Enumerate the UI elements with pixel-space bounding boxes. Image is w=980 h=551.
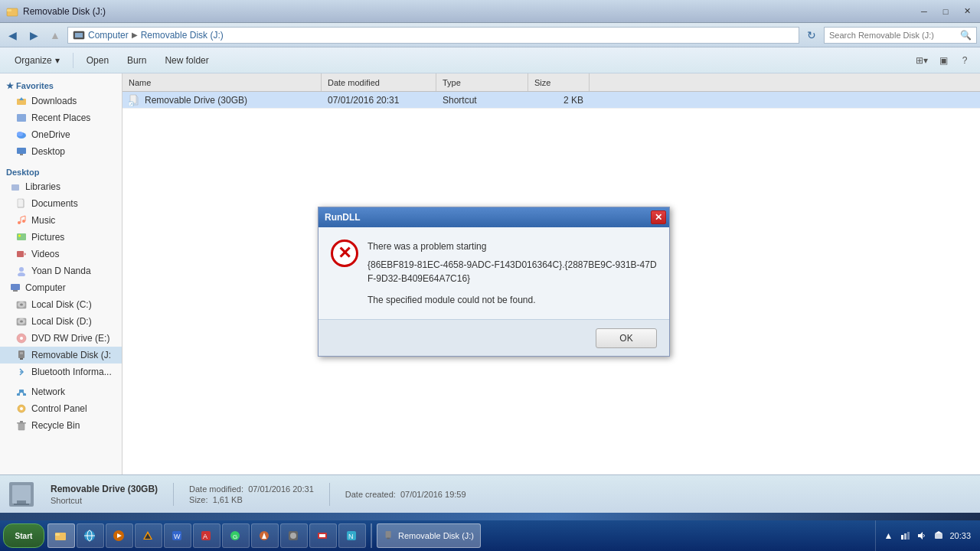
col-header-type[interactable]: Type [436,73,528,91]
sidebar-item-computer[interactable]: Computer [0,279,122,296]
desktop-icon [15,145,28,158]
sidebar-item-pictures[interactable]: Pictures [0,229,122,246]
toolbar: Organize ▾ Open Burn New folder ⊞▾ ▣ ? [0,47,980,73]
taskbar-folder-icon [54,530,67,542]
taskbar-item-app7[interactable]: N [338,523,366,548]
taskbar-item-app4[interactable] [251,523,279,548]
status-date-modified: Date modified: 07/01/2016 20:31 [189,484,314,494]
col-header-name[interactable]: Name [122,73,322,91]
col-header-date[interactable]: Date modified [322,73,436,91]
search-input[interactable] [829,31,957,40]
close-button[interactable]: ✕ [957,4,977,19]
sidebar-item-removable[interactable]: Removable Disk (J: [0,347,122,364]
videos-icon [15,248,28,260]
svg-rect-11 [11,184,19,191]
help-button[interactable]: ? [956,51,974,70]
col-header-size[interactable]: Size [528,73,590,91]
svg-line-37 [18,393,21,393]
sidebar-item-downloads[interactable]: Downloads [0,93,122,109]
path-icon [73,29,85,41]
organize-arrow: ▾ [55,55,60,66]
view-options-button[interactable]: ⊞▾ [913,51,931,70]
title-bar-title: Removable Disk (J:) [23,6,106,17]
path-computer[interactable]: Computer [88,30,129,41]
start-button[interactable]: Start [3,523,44,548]
sidebar-item-localc[interactable]: Local Disk (C:) [0,296,122,313]
svg-text:A: A [203,533,207,540]
sidebar-item-onedrive[interactable]: OneDrive [0,126,122,143]
sidebar-item-desktop[interactable]: Desktop [0,143,122,160]
taskbar-item-app3[interactable]: G [222,523,250,548]
sidebar-item-videos[interactable]: Videos [0,246,122,262]
taskbar-item-ie[interactable] [77,523,104,548]
open-label: Open [87,55,109,66]
taskbar-item-app6[interactable] [309,523,337,548]
refresh-button[interactable]: ↻ [802,26,821,44]
sidebar-item-locald[interactable]: Local Disk (D:) [0,313,122,330]
taskbar-item-app2[interactable]: A [193,523,220,548]
svg-rect-17 [17,251,24,257]
sidebar-desktop-header[interactable]: Desktop [0,163,122,178]
computer-icon [9,282,21,294]
taskbar-app6-icon [316,530,328,542]
taskbar-item-vlc[interactable] [135,523,162,548]
path-drive[interactable]: Removable Disk (J:) [141,30,224,41]
table-row[interactable]: ↗ Removable Drive (30GB) 07/01/2016 20:3… [122,92,980,109]
svg-rect-75 [387,538,390,540]
taskbar-active-item[interactable]: Removable Disk (J:) [377,523,481,548]
svg-point-8 [17,132,23,136]
organize-button[interactable]: Organize ▾ [6,51,68,70]
sidebar-item-network[interactable]: Network [0,383,122,400]
burn-button[interactable]: Burn [119,51,155,70]
pane-button[interactable]: ▣ [934,51,952,70]
dialog-msg-main: There was a problem starting [368,240,657,253]
sidebar-item-control-panel[interactable]: Control Panel [0,400,122,417]
tray-expand-icon[interactable]: ▲ [882,530,894,542]
tray-time[interactable]: 20:33 [949,531,971,540]
music-icon [15,214,28,227]
sidebar-item-recycle-bin[interactable]: Recycle Bin [0,417,122,434]
new-folder-button[interactable]: New folder [156,51,217,70]
downloads-icon [15,95,28,107]
up-button[interactable]: ▲ [46,26,64,44]
svg-point-20 [18,272,25,276]
taskbar-item-app5[interactable] [280,523,308,548]
sidebar-desktop-label: Desktop [31,146,65,157]
open-button[interactable]: Open [78,51,117,70]
status-item-icon [8,481,35,508]
sidebar-item-user[interactable]: Yoan D Nanda [0,262,122,279]
tray-notification-icon[interactable] [933,530,945,542]
taskbar-item-app1[interactable]: W [164,523,191,548]
sidebar-recycle-bin-label: Recycle Bin [31,420,80,431]
svg-point-19 [19,267,24,272]
tray-volume-icon[interactable] [916,530,928,542]
sidebar-item-bluetooth[interactable]: Bluetooth Informa... [0,364,122,380]
maximize-button[interactable]: □ [936,4,956,19]
sidebar-item-music[interactable]: Music [0,212,122,229]
path-sep-1: ▶ [132,31,138,39]
back-button[interactable]: ◀ [3,26,21,44]
sidebar-favorites-header[interactable]: ★ Favorites [0,77,122,93]
ok-button[interactable]: OK [596,328,657,348]
window-icon [6,5,18,18]
svg-rect-76 [901,535,903,540]
file-size: 2 KB [564,95,583,106]
sidebar-locald-label: Local Disk (D:) [31,316,92,327]
svg-point-25 [20,304,23,306]
forward-button[interactable]: ▶ [24,26,43,44]
control-panel-icon [15,403,28,415]
minimize-button[interactable]: ─ [914,4,934,19]
taskbar-item-wmp[interactable] [106,523,133,548]
status-details-2: Date modified: 07/01/2016 20:31 Size: 1,… [189,484,314,504]
sidebar-item-documents[interactable]: Documents [0,195,122,212]
tray-network-icon[interactable] [899,530,911,542]
taskbar-ie-icon [83,530,96,542]
svg-text:W: W [174,533,181,540]
file-cell-type: Shortcut [436,92,528,108]
sidebar-item-recent[interactable]: Recent Places [0,109,122,126]
address-path[interactable]: Computer ▶ Removable Disk (J:) [67,27,799,44]
taskbar-item-explorer[interactable] [47,523,75,548]
sidebar-item-libraries[interactable]: Libraries [0,178,122,195]
dialog-close-button[interactable]: ✕ [651,210,666,224]
sidebar-item-dvd[interactable]: DVD RW Drive (E:) [0,330,122,347]
